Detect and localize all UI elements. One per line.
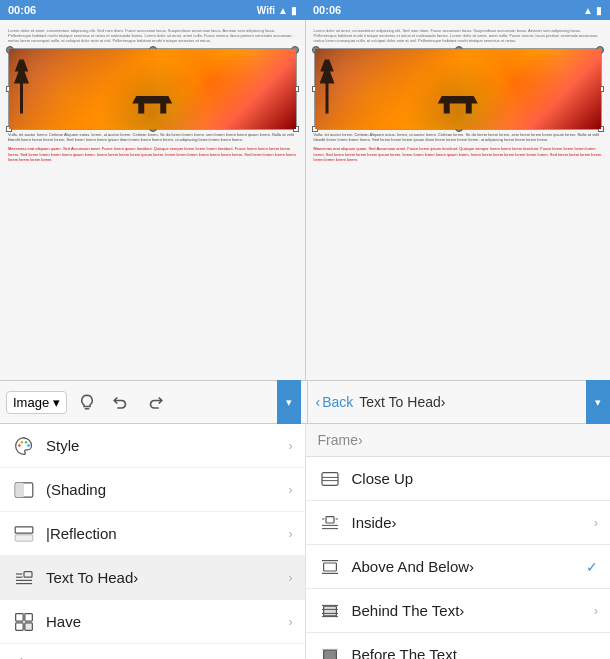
nav-title: Text To Head› xyxy=(359,394,580,410)
status-icons-right: ▲ ▮ xyxy=(583,5,602,16)
text-to-head-label: Text To Head› xyxy=(46,569,289,586)
bottom-section: Style › (Shading › |Reflection xyxy=(0,424,610,659)
submenu-panel: Frame› Close Up xyxy=(306,424,611,659)
lightbulb-icon xyxy=(78,393,96,411)
doc-panel-left[interactable]: Lorem dolor sit amet, consectetuer adipi… xyxy=(0,20,306,380)
menu-item-text-to-head[interactable]: Text To Head› › xyxy=(0,556,305,600)
selector-label: Image xyxy=(13,395,49,410)
svg-point-0 xyxy=(18,444,21,447)
reflection-label: |Reflection xyxy=(46,525,289,542)
text-to-head-chevron: › xyxy=(289,571,293,585)
doc-caption-right: Vulla. tet auctor lorem. Cettean Aliquam… xyxy=(314,132,603,142)
toolbar: Image ▾ ▾ ‹ Back Text To Head› xyxy=(0,380,610,424)
text-wrap-svg xyxy=(14,570,34,586)
inside-chevron: › xyxy=(594,516,598,530)
above-below-check: ✓ xyxy=(586,559,598,575)
doc-image-left[interactable] xyxy=(8,48,297,130)
inside-icon xyxy=(318,511,342,535)
doc-text-red-left: Maecenas erat aliquam quam. Sed Accumsan… xyxy=(8,146,297,163)
bench-image-left xyxy=(9,49,296,129)
close-up-svg xyxy=(320,471,340,487)
shading-chevron: › xyxy=(289,483,293,497)
svg-rect-22 xyxy=(322,472,338,485)
above-below-icon xyxy=(318,555,342,579)
menu-item-reflection[interactable]: |Reflection › xyxy=(0,512,305,556)
battery-icon-right: ▮ xyxy=(596,5,602,16)
shading-icon xyxy=(12,478,36,502)
svg-rect-5 xyxy=(15,482,24,496)
selector-chevron: ▾ xyxy=(53,395,60,410)
menu-item-shading[interactable]: (Shading › xyxy=(0,468,305,512)
wifi-icon-left: ▲ xyxy=(278,5,288,16)
doc-text-top-left: Lorem dolor sit amet, consectetuer adipi… xyxy=(8,28,297,44)
before-text-svg xyxy=(320,647,340,660)
svg-rect-6 xyxy=(15,526,33,532)
inside-label: Inside› xyxy=(352,514,595,531)
submenu-item-close-up[interactable]: Close Up xyxy=(306,457,611,501)
doc-content-left: Lorem dolor sit amet, consectetuer adipi… xyxy=(0,20,305,171)
svg-rect-14 xyxy=(25,613,33,621)
image-selector[interactable]: Image ▾ xyxy=(6,391,67,414)
have-icon xyxy=(12,610,36,634)
svg-rect-16 xyxy=(25,622,33,630)
svg-point-1 xyxy=(21,441,24,444)
menu-panel: Style › (Shading › |Reflection xyxy=(0,424,306,659)
close-up-icon xyxy=(318,467,342,491)
time-left: 00:06 xyxy=(8,4,36,16)
menu-item-have[interactable]: Have › xyxy=(0,600,305,644)
svg-rect-38 xyxy=(323,650,336,659)
submenu-header: Frame› xyxy=(306,424,611,457)
reflection-chevron: › xyxy=(289,527,293,541)
toolbar-dropdown-left[interactable]: ▾ xyxy=(277,380,301,424)
back-btn[interactable]: ‹ Back xyxy=(316,394,354,410)
time-right: 00:06 xyxy=(313,4,341,16)
before-text-icon xyxy=(318,643,342,660)
lightbulb-btn[interactable] xyxy=(73,388,101,416)
submenu-item-above-below[interactable]: Above And Below› ✓ xyxy=(306,545,611,589)
reflection-svg xyxy=(14,526,34,542)
submenu-header-label: Frame› xyxy=(318,432,363,448)
leaves-right xyxy=(315,49,602,129)
menu-item-style[interactable]: Style › xyxy=(0,424,305,468)
submenu-item-before-text[interactable]: Before The Text xyxy=(306,633,611,659)
leaves-left xyxy=(9,49,296,129)
svg-rect-15 xyxy=(16,622,24,630)
svg-rect-25 xyxy=(326,516,334,522)
submenu-item-behind-text[interactable]: Behind The Text› › xyxy=(306,589,611,633)
toolbar-right: ‹ Back Text To Head› ▾ xyxy=(308,381,611,423)
undo-icon xyxy=(112,393,130,411)
toolbar-dropdown-right[interactable]: ▾ xyxy=(586,380,610,424)
back-chevron: ‹ xyxy=(316,394,321,410)
doc-text-top-right: Lorem dolor sit amet, consectetuer adipi… xyxy=(314,28,603,44)
have-chevron: › xyxy=(289,615,293,629)
doc-text-red-right: Maecenas erat aliquam quam. Sed Accumsan… xyxy=(314,146,603,163)
svg-rect-30 xyxy=(323,563,336,571)
above-below-svg xyxy=(320,559,340,575)
inside-svg xyxy=(320,515,340,531)
behind-text-icon xyxy=(318,599,342,623)
undo-btn[interactable] xyxy=(107,388,135,416)
have-label: Have xyxy=(46,613,289,630)
style-label: Style xyxy=(46,437,289,454)
redo-btn[interactable] xyxy=(141,388,169,416)
doc-caption-left: Vulla. tet auctor lorem. Cettean Aliquam… xyxy=(8,132,297,142)
reflection-icon xyxy=(12,522,36,546)
before-text-label: Before The Text xyxy=(352,646,599,659)
svg-point-3 xyxy=(27,444,30,447)
svg-rect-33 xyxy=(323,606,336,616)
svg-point-2 xyxy=(25,441,28,444)
document-panels: Lorem dolor sit amet, consectetuer adipi… xyxy=(0,20,610,380)
menu-item-crop[interactable]: Crop xyxy=(0,644,305,659)
doc-image-right[interactable]: ⚓ xyxy=(314,48,603,130)
shading-svg xyxy=(14,482,34,498)
bench-image-right xyxy=(315,49,602,129)
status-bar-left: 00:06 Wifi ▲ ▮ xyxy=(0,0,305,20)
shading-label: (Shading xyxy=(46,481,289,498)
doc-panel-right[interactable]: Lorem dolor sit amet, consectetuer adipi… xyxy=(306,20,611,380)
status-icons-left: Wifi ▲ ▮ xyxy=(257,5,297,16)
crop-icon xyxy=(12,654,36,660)
svg-rect-8 xyxy=(24,571,32,577)
style-svg xyxy=(14,436,34,456)
crop-svg xyxy=(14,656,34,660)
submenu-item-inside[interactable]: Inside› › xyxy=(306,501,611,545)
